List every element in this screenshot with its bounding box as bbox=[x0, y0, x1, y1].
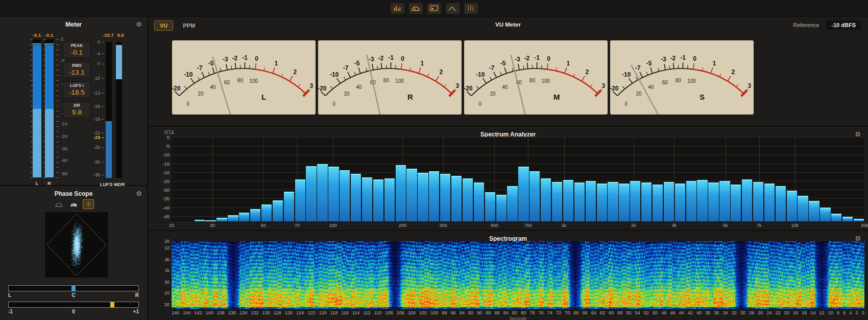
meter-tick bbox=[43, 157, 46, 157]
meter-tick bbox=[56, 177, 59, 178]
spectrum-bar bbox=[776, 186, 786, 221]
lufs-scale-label: -7 bbox=[83, 61, 100, 66]
time-tick-label: 12 bbox=[819, 310, 825, 315]
vu-meter-r: -20-10-7-5-3-2-10123020406080100R bbox=[318, 40, 462, 115]
balance-slider[interactable] bbox=[8, 285, 139, 291]
spectrum-bar bbox=[541, 178, 551, 221]
spectrum-y-tick-label: -10 bbox=[155, 152, 170, 157]
svg-text:-2: -2 bbox=[232, 55, 238, 62]
meter-panel-title: Meter bbox=[65, 21, 82, 28]
svg-text:0: 0 bbox=[401, 55, 404, 62]
peak-hold-value: -0.1 bbox=[31, 32, 43, 38]
time-tick-label: 100 bbox=[430, 310, 438, 315]
meter-tick bbox=[56, 167, 59, 168]
spectrogram-panel: Spectrogram ⚙ 20103k1k301030 14614414214… bbox=[148, 231, 868, 320]
time-tick-label: 102 bbox=[419, 310, 427, 315]
svg-text:1: 1 bbox=[712, 60, 716, 67]
time-tick-label: 108 bbox=[385, 310, 393, 315]
balance-label-center: C bbox=[71, 292, 75, 298]
lissajous-scope-button[interactable] bbox=[83, 199, 94, 209]
stat-box-lufs-i: LUFS I-18.5 bbox=[63, 81, 91, 98]
meter-tick bbox=[43, 172, 46, 173]
time-tick-label: 4 bbox=[849, 310, 852, 315]
meter-tick bbox=[30, 162, 33, 163]
lufs-scale-tick bbox=[102, 175, 104, 175]
balance-slider-marker[interactable] bbox=[71, 286, 76, 291]
time-tick-label: 10 bbox=[828, 310, 833, 315]
spectrum-x-tick-label: 700 bbox=[524, 223, 532, 228]
svg-text:3: 3 bbox=[748, 82, 752, 89]
meter-settings-gear-icon[interactable]: ⚙ bbox=[136, 17, 142, 32]
spectrum-bar bbox=[351, 174, 361, 221]
goniometer-outline-icon bbox=[55, 201, 63, 208]
time-tick-label: 48 bbox=[661, 310, 666, 315]
spectrum-h-gridline bbox=[172, 164, 864, 164]
time-tick-label: 60 bbox=[609, 310, 614, 315]
vu-meter-view-button[interactable] bbox=[409, 3, 423, 14]
spectrum-analyzer-view-button[interactable] bbox=[446, 3, 460, 14]
time-tick-label: 78 bbox=[529, 310, 535, 315]
time-tick-label: 74 bbox=[547, 310, 552, 315]
spectrum-bar bbox=[820, 208, 830, 222]
meter-tick bbox=[30, 75, 33, 76]
spectrum-bar bbox=[328, 167, 339, 221]
meter-tick bbox=[30, 111, 33, 111]
spectrogram-y-tick-label: 1k bbox=[156, 268, 170, 273]
spectrum-bar bbox=[664, 182, 674, 221]
meter-tick bbox=[30, 157, 33, 157]
svg-text:M: M bbox=[553, 93, 560, 101]
svg-text:100: 100 bbox=[541, 78, 550, 84]
phase-scope-view-button[interactable] bbox=[427, 3, 441, 14]
phase-scope-title: Phase Scope bbox=[55, 190, 93, 197]
correlation-slider-marker[interactable] bbox=[110, 302, 114, 307]
meter-tick bbox=[56, 60, 59, 60]
spectrum-bar bbox=[429, 171, 439, 221]
svg-text:0: 0 bbox=[625, 101, 628, 107]
time-tick-label: 146 bbox=[172, 310, 179, 315]
meter-tick bbox=[56, 172, 59, 173]
spectrum-bar bbox=[842, 217, 853, 221]
time-tick-label: 26 bbox=[758, 310, 763, 315]
meter-tick bbox=[56, 157, 59, 157]
time-tick-label: 120 bbox=[319, 310, 327, 315]
meter-scale-label: -14 bbox=[61, 121, 67, 126]
meter-tick bbox=[56, 70, 59, 71]
spectrogram-y-tick-label: 30 bbox=[156, 280, 170, 285]
lufs-fill bbox=[106, 121, 112, 178]
meter-tick bbox=[43, 111, 46, 111]
meter-tick bbox=[56, 50, 59, 50]
vu-meter-s: -20-10-7-5-3-2-10123020406080100S bbox=[610, 40, 754, 115]
meter-tick bbox=[30, 55, 33, 55]
spectrum-y-tick-label: -35 bbox=[155, 196, 170, 201]
meter-tick bbox=[56, 39, 59, 40]
gauge-icon bbox=[410, 4, 421, 12]
meter-tick bbox=[30, 50, 33, 50]
time-tick-label: 24 bbox=[766, 310, 771, 315]
reference-value[interactable]: -10 dBFS bbox=[826, 20, 861, 30]
spectrum-x-tick-label: 20 bbox=[169, 223, 174, 228]
spectrum-bar bbox=[529, 171, 540, 221]
spectrogram-view-button[interactable] bbox=[464, 3, 478, 14]
correlation-slider[interactable] bbox=[8, 302, 139, 308]
svg-text:-10: -10 bbox=[184, 71, 193, 78]
svg-text:100: 100 bbox=[395, 78, 404, 84]
phase-scope-canvas bbox=[45, 212, 108, 278]
correlation-gauge-button[interactable] bbox=[68, 199, 79, 209]
svg-text:40: 40 bbox=[502, 84, 508, 90]
time-tick-label: 6 bbox=[843, 310, 846, 315]
level-meters-view-button[interactable] bbox=[391, 3, 404, 14]
lufs-scale-label: 0 bbox=[83, 39, 100, 44]
time-tick-label: 144 bbox=[183, 310, 190, 315]
spectrum-bar bbox=[451, 176, 462, 221]
spectrum-bar bbox=[205, 220, 215, 221]
spectrum-plot bbox=[172, 137, 864, 221]
time-tick-label: 62 bbox=[600, 310, 605, 315]
spectrum-bar bbox=[306, 166, 316, 221]
goniometer-outline-button[interactable] bbox=[53, 199, 64, 209]
spectrum-curve-icon bbox=[447, 4, 458, 12]
meter-tick bbox=[30, 65, 33, 65]
phase-scope-display bbox=[44, 212, 109, 278]
time-tick-label: 132 bbox=[251, 310, 258, 315]
svg-text:2: 2 bbox=[294, 68, 297, 76]
spectrum-x-tick-label: 20k bbox=[861, 223, 868, 228]
